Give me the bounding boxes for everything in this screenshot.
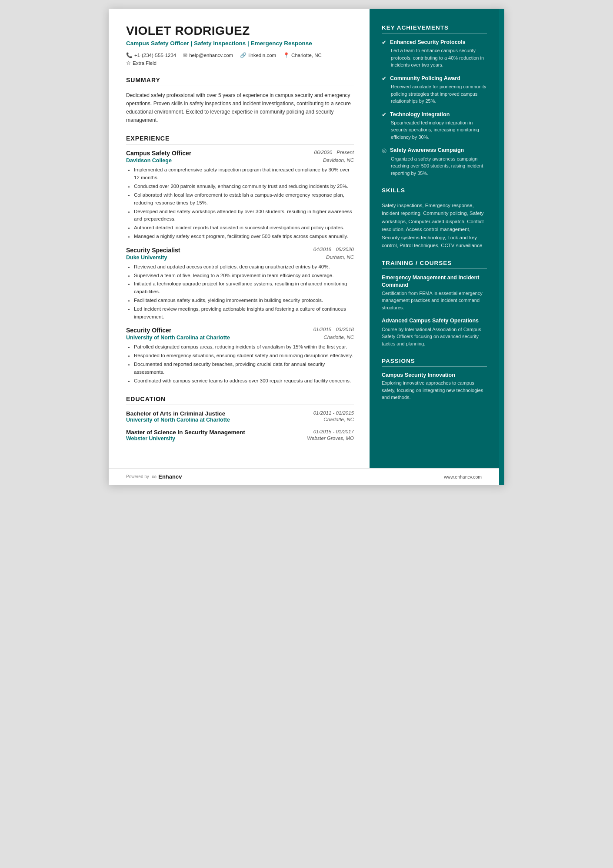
achievement-4: ◎ Safety Awareness Campaign Organized a … xyxy=(382,147,487,177)
summary-section: SUMMARY Dedicated safety professional wi… xyxy=(126,77,354,125)
linkedin-icon: 🔗 xyxy=(240,52,247,58)
job-1-company: Davidson College xyxy=(126,158,172,164)
passion-1-title: Campus Security Innovation xyxy=(382,372,487,378)
job-3-bullets: Patrolled designated campus areas, reduc… xyxy=(126,343,354,385)
edu-2-location: Webster Groves, MO xyxy=(307,436,354,442)
email-icon: ✉ xyxy=(183,52,187,58)
experience-section: EXPERIENCE Campus Safety Officer 06/2020… xyxy=(126,135,354,385)
job-2-title: Security Specialist xyxy=(126,247,180,254)
job-2-company: Duke University xyxy=(126,255,167,261)
experience-title: EXPERIENCE xyxy=(126,135,354,144)
candidate-title: Campus Safety Officer | Safety Inspectio… xyxy=(126,40,354,48)
edu-1-location: Charlotte, NC xyxy=(323,417,354,423)
phone-text: +1-(234)-555-1234 xyxy=(134,53,176,58)
bullet: Facilitated campus safety audits, yieldi… xyxy=(134,297,354,305)
location-item: 📍 Charlotte, NC xyxy=(283,52,322,58)
lightbulb-icon: ◎ xyxy=(382,147,386,154)
edu-2-school: Webster University xyxy=(126,436,175,442)
skills-section: SKILLS Safety inspections, Emergency res… xyxy=(382,187,487,249)
achievement-4-title: Safety Awareness Campaign xyxy=(390,147,464,154)
bullet: Authored detailed incident reports that … xyxy=(134,224,354,232)
bullet: Developed and led safety workshops atten… xyxy=(134,208,354,224)
job-3-title: Security Officer xyxy=(126,327,171,334)
achievement-4-desc: Organized a safety awareness campaign re… xyxy=(382,155,487,177)
header: VIOLET RODRIGUEZ Campus Safety Officer |… xyxy=(126,24,354,66)
bullet: Coordinated with campus service teams to… xyxy=(134,377,354,385)
job-1-bullets: Implemented a comprehensive safety inspe… xyxy=(126,166,354,240)
location-icon: 📍 xyxy=(283,52,290,58)
enhancv-logo-icon: ∞ xyxy=(152,473,157,481)
edu-1-degree: Bachelor of Arts in Criminal Justice xyxy=(126,410,225,417)
edu-1: Bachelor of Arts in Criminal Justice 01/… xyxy=(126,410,354,423)
achievements-section: KEY ACHIEVEMENTS ✔ Enhanced Security Pro… xyxy=(382,24,487,177)
bullet: Implemented a comprehensive safety inspe… xyxy=(134,166,354,182)
job-3-company: University of North Carolina at Charlott… xyxy=(126,335,230,341)
summary-title: SUMMARY xyxy=(126,77,354,86)
job-1-dates: 06/2020 - Present xyxy=(314,150,354,155)
footer: Powered by ∞ Enhancv www.enhancv.com xyxy=(109,468,499,485)
extra-field-text: Extra Field xyxy=(133,60,157,66)
training-2: Advanced Campus Safety Operations Course… xyxy=(382,317,487,347)
achievement-2-title: Community Policing Award xyxy=(390,75,460,82)
achievement-3: ✔ Technology Integration Spearheaded tec… xyxy=(382,111,487,141)
passions-title: PASSIONS xyxy=(382,358,487,367)
job-3-dates: 01/2015 - 03/2018 xyxy=(313,327,354,332)
achievements-title: KEY ACHIEVEMENTS xyxy=(382,24,487,34)
job-2-bullets: Reviewed and updated access control poli… xyxy=(126,263,354,321)
linkedin-text: linkedin.com xyxy=(248,53,276,58)
achievement-3-title: Technology Integration xyxy=(390,111,450,118)
training-2-title: Advanced Campus Safety Operations xyxy=(382,317,487,324)
edu-1-school: University of North Carolina at Charlott… xyxy=(126,417,230,423)
job-1-title: Campus Safety Officer xyxy=(126,150,191,157)
email-text: help@enhancv.com xyxy=(189,53,233,58)
phone-icon: 📞 xyxy=(126,52,133,58)
powered-by-label: Powered by xyxy=(126,474,149,479)
bullet: Managed a nightly safety escort program,… xyxy=(134,233,354,241)
achievement-2-desc: Received accolade for pioneering communi… xyxy=(382,83,487,105)
passions-section: PASSIONS Campus Security Innovation Expl… xyxy=(382,358,487,401)
job-3: Security Officer 01/2015 - 03/2018 Unive… xyxy=(126,327,354,385)
job-1-location: Davidson, NC xyxy=(323,158,354,164)
check-icon-3: ✔ xyxy=(382,111,386,118)
achievement-3-desc: Spearheaded technology integration in se… xyxy=(382,119,487,141)
training-title: TRAINING / COURSES xyxy=(382,260,487,269)
bullet: Reviewed and updated access control poli… xyxy=(134,263,354,271)
bullet: Collaborated with local law enforcement … xyxy=(134,191,354,207)
training-1: Emergency Management and Incident Comman… xyxy=(382,274,487,311)
achievement-2: ✔ Community Policing Award Received acco… xyxy=(382,75,487,105)
star-icon: ☆ xyxy=(126,60,131,66)
contact-row: 📞 +1-(234)-555-1234 ✉ help@enhancv.com 🔗… xyxy=(126,52,354,58)
enhancv-logo-text: Enhancv xyxy=(158,473,182,480)
footer-powered: Powered by ∞ Enhancv xyxy=(126,473,182,481)
summary-text: Dedicated safety professional with over … xyxy=(126,91,354,125)
edu-2-dates: 01/2015 - 01/2017 xyxy=(313,429,354,436)
passion-1: Campus Security Innovation Exploring inn… xyxy=(382,372,487,401)
job-2-location: Durham, NC xyxy=(326,255,354,261)
location-text: Charlotte, NC xyxy=(291,53,322,58)
training-1-desc: Certification from FEMA in essential eme… xyxy=(382,290,487,312)
training-section: TRAINING / COURSES Emergency Management … xyxy=(382,260,487,347)
job-1: Campus Safety Officer 06/2020 - Present … xyxy=(126,150,354,240)
bullet: Responded to emergency situations, ensur… xyxy=(134,352,354,360)
edu-2: Master of Science in Security Management… xyxy=(126,429,354,442)
right-column: KEY ACHIEVEMENTS ✔ Enhanced Security Pro… xyxy=(370,9,499,485)
achievement-1-title: Enhanced Security Protocols xyxy=(390,39,466,46)
education-title: EDUCATION xyxy=(126,395,354,405)
skills-title: SKILLS xyxy=(382,187,487,196)
bullet: Patrolled designated campus areas, reduc… xyxy=(134,343,354,351)
left-column: VIOLET RODRIGUEZ Campus Safety Officer |… xyxy=(109,9,370,485)
skills-text: Safety inspections, Emergency response, … xyxy=(382,201,487,249)
email-item: ✉ help@enhancv.com xyxy=(183,52,233,58)
check-icon-1: ✔ xyxy=(382,39,386,46)
extra-field-row: ☆ Extra Field xyxy=(126,60,354,66)
footer-logo: ∞ Enhancv xyxy=(152,473,182,481)
bullet: Initiated a technology upgrade project f… xyxy=(134,280,354,296)
bullet: Conducted over 200 patrols annually, enh… xyxy=(134,183,354,191)
achievement-1: ✔ Enhanced Security Protocols Led a team… xyxy=(382,39,487,69)
footer-url: www.enhancv.com xyxy=(444,474,482,479)
resume-page: VIOLET RODRIGUEZ Campus Safety Officer |… xyxy=(109,9,504,485)
passion-1-desc: Exploring innovative approaches to campu… xyxy=(382,379,487,401)
right-accent-bar xyxy=(499,9,504,485)
bullet: Documented and reported security breache… xyxy=(134,361,354,376)
linkedin-item: 🔗 linkedin.com xyxy=(240,52,276,58)
